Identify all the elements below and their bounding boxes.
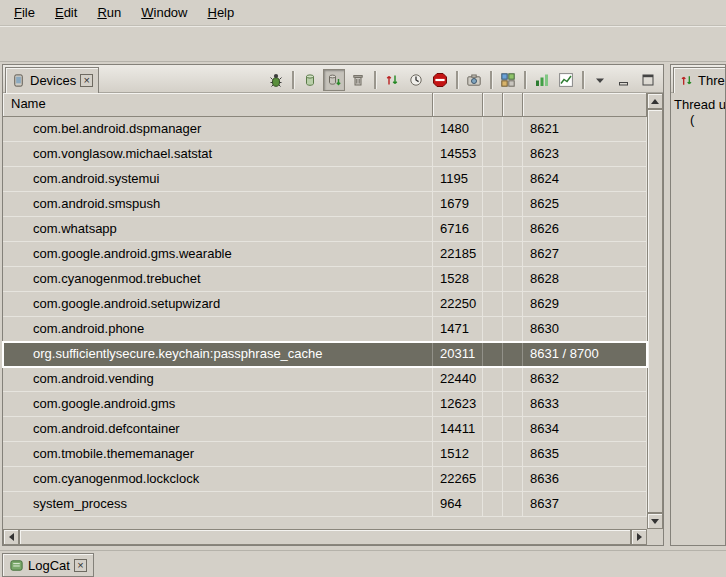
empty-cell [503,392,523,416]
table-row[interactable]: com.vonglasow.michael.satstat 14553 8623 [3,142,647,167]
table-row[interactable]: system_process 964 8637 [3,492,647,517]
empty-cell [503,192,523,216]
arrow-down-icon [651,519,659,524]
process-pid: 1528 [433,267,483,291]
process-pid: 22250 [433,292,483,316]
process-pid: 20311 [433,342,483,366]
process-pid: 22440 [433,367,483,391]
table-row[interactable]: com.android.systemui 1195 8624 [3,167,647,192]
process-name: com.google.android.gms [3,392,433,416]
devices-panel-header: Devices [3,65,663,93]
process-port: 8630 [523,317,647,341]
column-header-empty-1[interactable] [483,93,503,117]
start-method-profiling-icon[interactable] [405,69,427,91]
device-table-header: Name [3,93,647,117]
horizontal-scrollbar[interactable] [3,529,647,545]
device-table-body: com.bel.android.dspmanager 1480 8621 com… [3,117,647,517]
table-row[interactable]: com.android.vending 22440 8632 [3,367,647,392]
table-row[interactable]: com.google.android.gms.wearable 22185 86… [3,242,647,267]
table-row[interactable]: com.tmobile.thememanager 1512 8635 [3,442,647,467]
menu-window[interactable]: Window [131,2,197,23]
process-name: com.google.android.setupwizard [3,292,433,316]
process-port: 8625 [523,192,647,216]
bottom-bar: LogCat [0,550,726,577]
menu-run[interactable]: Run [87,2,131,23]
column-header-pid[interactable] [433,93,483,117]
dump-hprof-icon[interactable] [323,69,345,91]
tab-devices[interactable]: Devices [5,67,99,93]
process-pid: 6716 [433,217,483,241]
empty-cell [483,342,503,366]
update-heap-icon[interactable] [299,69,321,91]
logcat-icon [9,558,24,573]
close-icon[interactable] [74,559,87,572]
device-icon [11,73,26,88]
stop-process-icon[interactable] [429,69,451,91]
main-area: Devices Name com.bel.android.dspmanager … [0,62,726,548]
table-row[interactable]: com.android.defcontainer 14411 8634 [3,417,647,442]
empty-cell [483,492,503,516]
minimize-icon[interactable] [613,69,635,91]
table-row[interactable]: org.sufficientlysecure.keychain:passphra… [3,342,647,367]
debug-process-icon[interactable] [265,69,287,91]
update-threads-icon[interactable] [381,69,403,91]
process-name: com.vonglasow.michael.satstat [3,142,433,166]
horizontal-scrollbar-thumb[interactable] [19,529,631,545]
table-row[interactable]: com.google.android.setupwizard 22250 862… [3,292,647,317]
vertical-scrollbar-thumb[interactable] [647,109,663,513]
process-name: com.android.defcontainer [3,417,433,441]
tab-logcat-label: LogCat [28,558,70,573]
table-row[interactable]: com.whatsapp 6716 8626 [3,217,647,242]
process-port: 8634 [523,417,647,441]
tab-devices-label: Devices [30,73,76,88]
table-row[interactable]: com.cyanogenmod.trebuchet 1528 8628 [3,267,647,292]
column-header-empty-2[interactable] [503,93,523,117]
cause-gc-icon[interactable] [347,69,369,91]
process-pid: 1195 [433,167,483,191]
view-menu-icon[interactable] [589,69,611,91]
scroll-down-button[interactable] [647,513,663,529]
column-header-port[interactable] [523,93,647,117]
empty-cell [483,267,503,291]
maximize-icon[interactable] [637,69,659,91]
empty-cell [503,267,523,291]
toolbar-separator [374,71,376,89]
screen-capture-icon[interactable] [463,69,485,91]
tab-logcat[interactable]: LogCat [2,553,94,577]
scroll-right-button[interactable] [631,529,647,545]
empty-cell [483,192,503,216]
table-row[interactable]: com.bel.android.dspmanager 1480 8621 [3,117,647,142]
process-port: 8624 [523,167,647,191]
empty-cell [503,417,523,441]
process-port: 8623 [523,142,647,166]
dump-view-hierarchy-icon[interactable] [497,69,519,91]
table-row[interactable]: com.google.android.gms 12623 8633 [3,392,647,417]
menu-edit[interactable]: Edit [45,2,87,23]
close-icon[interactable] [80,74,93,87]
table-row[interactable]: com.cyanogenmod.lockclock 22265 8636 [3,467,647,492]
sysinfo-bars-icon[interactable] [531,69,553,91]
process-port: 8626 [523,217,647,241]
scroll-up-button[interactable] [647,93,663,109]
menu-file[interactable]: File [4,2,45,23]
table-row[interactable]: com.android.phone 1471 8630 [3,317,647,342]
scroll-left-button[interactable] [3,529,19,545]
arrow-right-icon [637,533,642,541]
empty-cell [483,392,503,416]
empty-cell [503,292,523,316]
process-pid: 12623 [433,392,483,416]
tab-threads[interactable]: Threads [673,67,726,93]
threads-message-line2: ( [674,112,722,127]
empty-cell [483,292,503,316]
column-header-name[interactable]: Name [3,93,433,117]
table-row[interactable]: com.android.smspush 1679 8625 [3,192,647,217]
menu-help[interactable]: Help [197,2,244,23]
process-name: com.bel.android.dspmanager [3,117,433,141]
process-port: 8627 [523,242,647,266]
process-pid: 14553 [433,142,483,166]
threads-message-line1: Thread up [674,97,722,112]
vertical-scrollbar[interactable] [647,93,663,529]
process-pid: 964 [433,492,483,516]
sysinfo-graph-icon[interactable] [555,69,577,91]
process-port: 8636 [523,467,647,491]
